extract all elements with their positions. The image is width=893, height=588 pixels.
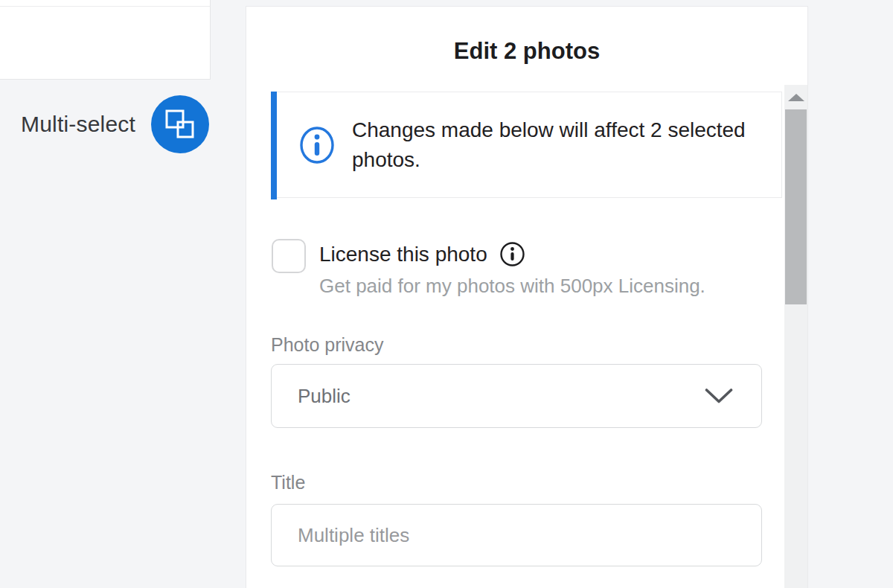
edit-photos-modal: Edit 2 photos Changes made below will af… [246,6,808,588]
privacy-select-value: Public [298,385,705,408]
license-checkbox[interactable] [272,239,306,273]
info-icon [298,126,336,164]
vertical-scrollbar[interactable] [784,85,807,588]
info-banner-accent-bar [271,92,277,199]
title-label: Title [271,472,305,493]
screen: Multi-select Edit 2 photos [0,0,893,588]
multi-select-squares-icon [164,109,196,140]
modal-title: Edit 2 photos [246,38,807,65]
privacy-select[interactable]: Public [271,364,762,428]
license-label-row: License this photo [319,241,525,267]
info-banner-content: Changes made below will affect 2 selecte… [298,92,758,197]
photo-card [0,0,211,80]
license-description: Get paid for my photos with 500px Licens… [319,275,705,298]
info-banner: Changes made below will affect 2 selecte… [271,92,782,198]
info-banner-text: Changes made below will affect 2 selecte… [352,115,758,175]
chevron-down-icon [705,388,733,404]
privacy-label: Photo privacy [271,334,383,356]
license-info-icon[interactable] [499,241,525,267]
scrollbar-thumb[interactable] [785,109,807,304]
multi-select-button[interactable] [151,95,209,153]
title-input[interactable] [271,504,762,566]
multi-select-row: Multi-select [21,95,135,153]
license-label: License this photo [319,243,487,266]
scroll-up-button[interactable] [784,85,807,109]
arrow-up-icon [788,94,804,101]
multi-select-label: Multi-select [21,112,135,137]
photo-card-divider [0,6,210,7]
